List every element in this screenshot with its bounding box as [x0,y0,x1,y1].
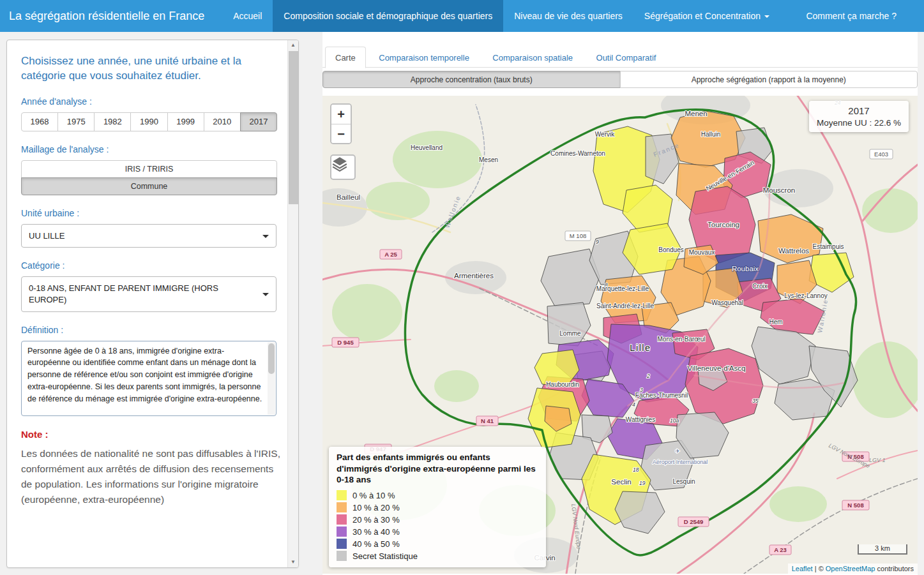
year-button-1982[interactable]: 1982 [94,112,131,131]
map-label: Wasquehal [711,299,743,306]
main-content: Carte Comparaison temporelle Comparaison… [322,32,918,575]
map-label: Tourcoing [708,221,739,228]
osm-link[interactable]: OpenStreetMap [826,565,875,572]
map-info-box: 2017 Moyenne UU : 22.6 % [809,101,909,132]
year-button-1999[interactable]: 1999 [167,112,204,131]
map-label: Wattrelos [778,247,809,255]
legend-swatch-blue [337,539,347,549]
definition-box: Personne âgée de 0 à 18 ans, immigrée d'… [21,341,276,416]
map-label: Marquette-lez-Lille [596,285,649,292]
caret-down-icon [262,293,269,296]
year-button-1975[interactable]: 1975 [57,112,95,131]
year-button-1990[interactable]: 1990 [130,112,167,131]
map-label: Mouvaux [689,249,715,256]
map-label: Croix [752,283,767,290]
map-label: Bailleul [337,193,360,201]
categorie-select[interactable]: 0-18 ANS, ENFANT DE PARENT IMMIGRE (HORS… [21,276,276,311]
map-label: Seclin [611,478,631,486]
tab-comparaison-temporelle[interactable]: Comparaison temporelle [368,47,480,68]
layers-control-button[interactable] [330,154,356,180]
unite-urbaine-select[interactable]: UU LILLE [21,224,276,248]
nav-item-comment-ca-marche[interactable]: Comment ça marche ? [795,0,907,32]
nav-item-composition[interactable]: Composition sociale et démographique des… [273,0,503,32]
leaflet-link[interactable]: Leaflet [792,565,813,572]
maillage-button-group: IRIS / TRIRIS Commune [21,160,277,195]
top-nav: La ségrégation résidentielle en France A… [0,0,924,32]
panel-scrollbar-thumb[interactable] [289,51,298,204]
year-button-2010[interactable]: 2010 [204,112,241,131]
legend-swatch-gray [337,551,347,561]
road-shield-label: M 108 [570,232,586,239]
app-title: La ségrégation résidentielle en France [0,0,213,32]
road-shield-label: E403 [874,151,888,158]
approach-segregation-button[interactable]: Approche ségrégation (rapport à la moyen… [620,71,918,88]
maillage-label: Maillage de l'analyse : [21,144,285,154]
control-panel: Choisissez une année, une unité urbaine … [6,40,299,568]
maillage-button-iris[interactable]: IRIS / TRIRIS [21,160,277,178]
zoom-out-button[interactable]: − [331,124,351,143]
airport-icon: ✈ [675,448,680,454]
legend-label: 30 % à 40 % [352,527,400,537]
definition-scrollbar[interactable] [268,342,275,415]
exit-number: 19 [639,480,646,486]
road-shield-label: D 945 [337,339,354,346]
legend-label: 20 % à 30 % [352,515,400,525]
approach-toggle: Approche concentration (taux bruts) Appr… [322,71,918,88]
nav-item-label: Ségrégation et Concentration [644,11,761,21]
exit-number: 4 [632,401,635,408]
map-label: Hem [769,318,782,325]
map-label: Wattignies [626,416,655,423]
note-text: Les données de nationalité ne sont pas d… [21,446,285,507]
tab-carte[interactable]: Carte [325,47,366,68]
nav-item-niveau-de-vie[interactable]: Niveau de vie des quartiers [503,0,633,32]
map-label: Estaimpuis [813,243,844,250]
legend-label: 10 % à 20 % [352,503,400,512]
legend-label: 0 % à 10 % [352,491,395,500]
nav-items: Accueil Composition sociale et démograph… [222,0,924,32]
panel-intro: Choisissez une année, une unité urbaine … [21,54,282,84]
tab-outil-comparatif[interactable]: Outil Comparatif [586,47,667,68]
map-attribution: Leaflet | © OpenStreetMap contributors [788,564,918,574]
map-label: Lesquin [672,478,695,485]
road-shield-label: D 2549 [684,518,704,525]
map-label: Wervik [595,131,615,138]
road-shield-label: A 23 [774,546,787,553]
note-label: Note : [21,429,285,440]
zoom-control: + − [330,103,352,144]
commune-polygon[interactable] [685,348,763,424]
scroll-down-arrow-icon[interactable]: ▼ [288,557,298,567]
exit-number: 9 [596,239,599,245]
legend-swatch-yellow [337,490,347,500]
year-button-1968[interactable]: 1968 [21,112,58,131]
map-label: Mons-en-Barœul [657,336,705,343]
tab-bar: Carte Comparaison temporelle Comparaison… [322,46,918,68]
map-label: Lille [630,343,651,353]
nav-item-accueil[interactable]: Accueil [222,0,273,32]
layers-icon [331,156,348,172]
caret-down-icon [764,15,769,18]
definition-label: Définition : [21,325,285,335]
map-label: Mesen [479,156,498,163]
road-shield-label: A 25 [384,251,397,258]
legend-label: 40 % à 50 % [352,539,400,549]
approach-concentration-button[interactable]: Approche concentration (taux bruts) [322,71,621,88]
page: La ségrégation résidentielle en France A… [0,0,924,575]
map-label: Lomme [559,330,581,337]
definition-scrollbar-thumb[interactable] [268,343,275,374]
legend-item: 30 % à 40 % [337,526,538,537]
nav-item-segregation[interactable]: Ségrégation et Concentration [633,0,780,32]
map-label: Villeneuve-d'Ascq [688,364,746,372]
legend-item: 40 % à 50 % [337,539,538,549]
map-label: Bondues [658,246,683,253]
unite-urbaine-label: Unité urbaine : [21,208,285,218]
year-button-2017[interactable]: 2017 [240,112,277,131]
maillage-button-commune[interactable]: Commune [21,177,277,195]
zoom-in-button[interactable]: + [331,105,351,124]
scroll-up-arrow-icon[interactable]: ▲ [288,40,298,50]
map[interactable]: A 25 D 945 N 41 D 947 A 23 D 2549 N 508 … [322,96,918,574]
control-panel-content: Choisissez une année, une unité urbaine … [7,40,287,567]
panel-scrollbar[interactable]: ▲ ▼ [287,40,298,567]
attribution-suffix: contributors [875,565,914,572]
tab-comparaison-spatiale[interactable]: Comparaison spatiale [482,47,583,68]
definition-text: Personne âgée de 0 à 18 ans, immigrée d'… [22,341,276,409]
